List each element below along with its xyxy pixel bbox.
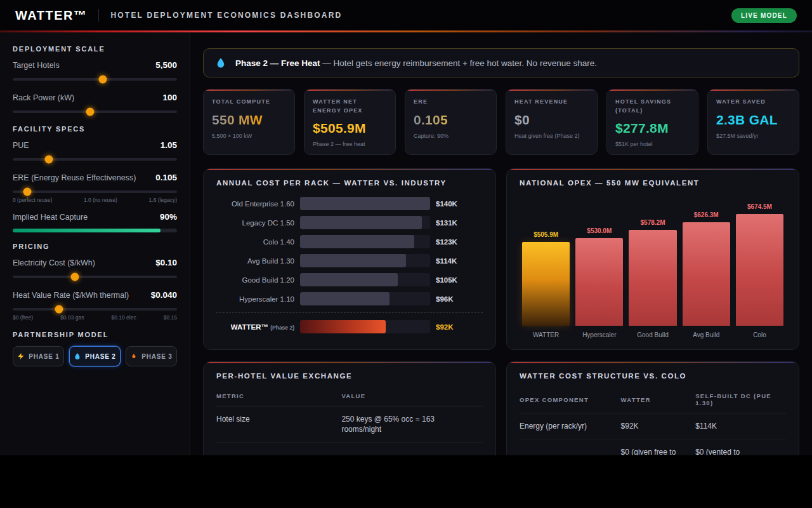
rack-bar-track (300, 216, 430, 229)
kpi-title: HEAT REVENUE (514, 98, 589, 107)
column-header: METRIC (216, 390, 341, 406)
table-cell: Energy (per rack/yr) (520, 413, 621, 439)
opex-bar (736, 214, 783, 326)
rack-bar-fill (300, 273, 398, 286)
electricity-cost-slider[interactable] (13, 276, 177, 278)
pue-row: PUE 1.05 (13, 140, 177, 150)
heat-rate-slider[interactable] (13, 308, 177, 311)
rack-power-value: 100 (162, 93, 177, 102)
table-cell (520, 439, 621, 455)
rack-power-row: Rack Power (kW) 100 (13, 93, 177, 102)
flame-icon (130, 352, 138, 360)
rack-bar-fill (300, 197, 430, 210)
dashboard-app: WATTER™ HOTEL DEPLOYMENT ECONOMICS DASHB… (0, 0, 812, 455)
ere-scale-mid: 1.0 (no reuse) (84, 197, 117, 203)
opex-bar-value: $505.9M (534, 231, 558, 238)
opex-column-colo: $674.5M Colo (736, 203, 783, 338)
table-cell: $114K (695, 413, 786, 439)
cost-structure-title: WATTER COST STRUCTURE VS. COLO (520, 372, 786, 380)
kpi-value: $0 (514, 112, 589, 128)
ere-slider-thumb[interactable] (23, 188, 32, 196)
pue-slider-thumb[interactable] (44, 156, 53, 164)
kpi-sub: $27.5M saved/yr (716, 133, 790, 139)
phase-banner-title: Phase 2 — Free Heat (235, 58, 320, 68)
sidebar: DEPLOYMENT SCALE Target Hotels 5,500 Rac… (0, 32, 190, 455)
opex-bar-value: $626.3M (694, 211, 719, 218)
phase-banner: Phase 2 — Free Heat — Hotel gets energy … (203, 48, 799, 77)
droplet-icon (215, 57, 226, 69)
electricity-cost-slider-thumb[interactable] (71, 273, 79, 281)
top-bar: WATTER™ HOTEL DEPLOYMENT ECONOMICS DASHB… (0, 0, 812, 30)
rack-bar-value: $123K (430, 238, 457, 246)
kpi-value: 2.3B GAL (716, 112, 790, 128)
kpi-heat-revenue: HEAT REVENUE $0 Heat given free (Phase 2… (506, 89, 598, 155)
target-hotels-slider-thumb[interactable] (99, 76, 107, 84)
rack-chart-divider (216, 312, 483, 313)
kpi-row: TOTAL COMPUTE 550 MW 5,500 × 100 kW WATT… (203, 89, 799, 155)
heat-scale-3: $0.15 (164, 314, 177, 321)
heat-rate-scale: $0 (free) $0.03 gas $0.10 elec $0.15 (13, 314, 177, 321)
phase-3-button[interactable]: PHASE 3 (126, 346, 177, 366)
rack-bar-row: Hyperscaler 1.10 $96K (216, 292, 483, 305)
rack-bar-row: Good Build 1.20 $105K (216, 273, 483, 286)
table-cell: $0 (given free to (621, 439, 696, 455)
ere-row: ERE (Energy Reuse Effectiveness) 0.105 (13, 173, 177, 182)
rack-bar-label: Avg Build 1.30 (216, 257, 300, 265)
opex-category-label: WATTER (533, 331, 559, 338)
phase-1-label: PHASE 1 (29, 353, 59, 360)
pue-label: PUE (13, 141, 29, 150)
rack-bar-label: Good Build 1.20 (216, 276, 300, 284)
phase-1-button[interactable]: PHASE 1 (13, 346, 64, 366)
rack-power-slider[interactable] (13, 110, 177, 113)
rack-bar-label: Colo 1.40 (216, 238, 300, 246)
table-cell: $0 (vented to (695, 439, 786, 455)
value-exchange-table: METRIC VALUE Hotel size 250 keys @ 65% o… (216, 390, 483, 443)
rack-power-slider-thumb[interactable] (86, 108, 94, 116)
heat-scale-1: $0.03 gas (60, 314, 84, 321)
rack-bar-value: $131K (430, 219, 457, 227)
section-heading-pricing: PRICING (13, 243, 177, 250)
kpi-title: WATER SAVED (716, 98, 790, 107)
rack-bar-track (300, 273, 430, 286)
target-hotels-slider[interactable] (13, 78, 177, 81)
electricity-cost-row: Electricity Cost ($/kWh) $0.10 (13, 258, 177, 267)
opex-bar-value: $674.5M (747, 203, 772, 210)
kpi-water-saved: WATER SAVED 2.3B GAL $27.5M saved/yr (707, 89, 799, 155)
column-header: SELF-BUILT DC (PUE 1.30) (695, 390, 786, 413)
phase-banner-desc: — Hotel gets energy reimbursement + free… (322, 58, 597, 68)
rack-bar-fill (300, 235, 414, 248)
heat-capture-label: Implied Heat Capture (13, 213, 88, 222)
rack-bar-fill (300, 216, 422, 229)
rack-bar-track (300, 235, 430, 248)
ere-value: 0.105 (155, 173, 177, 182)
heat-capture-progress (13, 229, 177, 232)
ere-slider[interactable] (13, 190, 177, 193)
kpi-ere: ERE 0.105 Capture: 90% (405, 89, 497, 155)
heat-rate-label: Heat Value Rate ($/kWh thermal) (13, 291, 129, 300)
opex-column-hyperscaler: $530.0M Hyperscaler (575, 227, 623, 338)
main-content: Phase 2 — Free Heat — Hotel gets energy … (190, 32, 812, 455)
table-cell: Hotel size (216, 406, 341, 443)
droplet-icon (74, 352, 81, 360)
heat-capture-progress-fill (13, 229, 160, 232)
kpi-sub: $51K per hotel (615, 141, 690, 147)
kpi-value: $505.9M (313, 121, 387, 136)
column-header: OPEX COMPONENT (520, 390, 621, 413)
opex-bar (629, 230, 676, 326)
table-row: $0 (given free to $0 (vented to (520, 439, 786, 455)
lightning-icon (17, 352, 25, 360)
kpi-title: TOTAL COMPUTE (212, 98, 286, 107)
heat-capture-row: Implied Heat Capture 90% (13, 212, 177, 222)
rack-bar-value: $105K (430, 276, 457, 284)
kpi-sub: 5,500 × 100 kW (212, 133, 286, 139)
heat-rate-slider-thumb[interactable] (55, 305, 63, 314)
phase-2-button[interactable]: PHASE 2 (69, 346, 121, 366)
electricity-cost-label: Electricity Cost ($/kWh) (13, 258, 95, 267)
pue-slider[interactable] (13, 158, 177, 161)
kpi-hotel-savings: HOTEL SAVINGS (TOTAL) $277.8M $51K per h… (606, 89, 698, 155)
opex-bar (683, 222, 730, 326)
ere-label: ERE (Energy Reuse Effectiveness) (13, 173, 136, 182)
value-exchange-panel: PER-HOTEL VALUE EXCHANGE METRIC VALUE Ho… (203, 361, 496, 455)
kpi-total-compute: TOTAL COMPUTE 550 MW 5,500 × 100 kW (203, 89, 295, 155)
rack-bar-row: Colo 1.40 $123K (216, 235, 483, 248)
